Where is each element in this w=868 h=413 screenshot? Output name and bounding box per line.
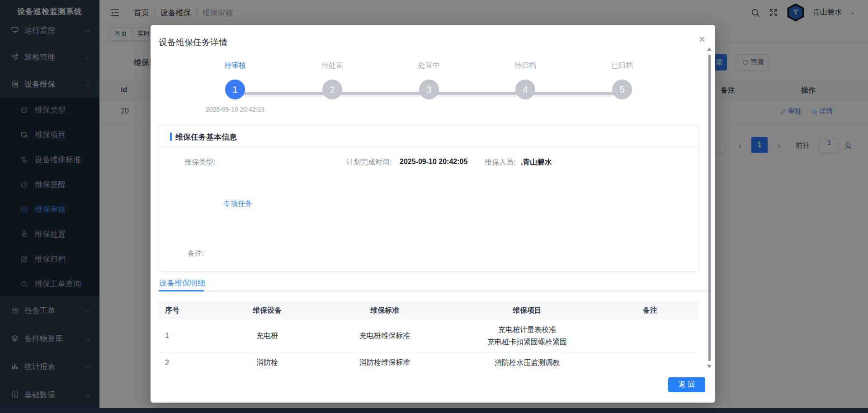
cell-device: 充电桩 [217,319,317,352]
col-seq: 序号 [159,301,217,319]
step-circle: 1 [225,80,245,99]
col-project: 维保项目 [453,301,602,319]
plan-time-value: 2025-09-10 20:42:05 [400,158,467,166]
steps-bar: 待审核 1 2025-09-10 20:42:23 待处置 2 处置中 3 待归… [151,25,715,124]
scrollbar-thumb[interactable] [708,55,711,361]
cell-project: 充电桩计量表校准 充电桩卡扣紧固螺栓紧固 [453,319,602,352]
accent-bar [170,132,172,141]
step-handling: 处置中 3 [393,61,465,99]
step-circle: 4 [515,80,535,99]
staff-value: ,青山碧水 [521,158,552,167]
col-remark: 备注 [602,301,698,319]
plan-time-label: 计划完成时间: [346,158,392,167]
cell-remark [602,352,698,372]
back-button[interactable]: 返 回 [668,377,705,392]
basic-info-card: 维保任务基本信息 维保类型: 计划完成时间: 2025-09-10 20:42:… [159,126,698,272]
remark-label: 备注: [188,249,204,258]
cell-remark [602,319,698,352]
modal-body: 设备维保任务详情 待审核 1 2025-09-10 20:42:23 待处置 2… [151,25,715,372]
cell-project: 消防栓水压监测调教 [453,352,602,372]
staff-label: 维保人员: [485,158,515,167]
special-task-link[interactable]: 专项任务 [223,199,252,209]
step-circle: 2 [322,80,342,99]
col-device: 维保设备 [217,301,317,319]
tab-maintenance-detail[interactable]: 设备维保明细 [159,278,205,288]
cell-seq: 2 [159,352,217,372]
tab-active-indicator [159,290,204,291]
step-pending-review: 待审核 1 2025-09-10 20:42:23 [199,61,271,113]
basic-info-title: 维保任务基本信息 [175,132,237,142]
step-circle: 5 [612,80,632,99]
table-header-row: 序号 维保设备 维保标准 维保项目 备注 [159,301,698,319]
step-pending-handle: 待处置 2 [296,61,368,99]
col-standard: 维保标准 [317,301,453,319]
maintenance-task-detail-modal: 设备维保任务详情 待审核 1 2025-09-10 20:42:23 待处置 2… [151,25,715,403]
cell-device: 消防栓 [217,352,317,372]
cell-seq: 1 [159,319,217,352]
step-timestamp: 2025-09-10 20:42:23 [199,106,271,113]
scrollbar-down-arrow[interactable] [707,365,712,368]
step-circle: 3 [419,80,439,99]
step-archived: 已归档 5 [586,61,658,99]
type-label: 维保类型: [184,158,215,167]
table-row: 1 充电桩 充电桩维保标准 充电桩计量表校准 充电桩卡扣紧固螺栓紧固 [159,319,698,352]
table-row: 2 消防栓 消防栓维保标准 消防栓水压监测调教 [159,352,698,372]
step-pending-archive: 待归档 4 [489,61,561,99]
tab-rail [159,291,711,291]
maintenance-detail-table: 序号 维保设备 维保标准 维保项目 备注 1 充电桩 充电桩维保标准 充电桩计量… [159,301,698,372]
bottom-strip [0,408,868,413]
scrollbar-up-arrow[interactable] [707,47,712,51]
basic-info-header: 维保任务基本信息 [159,126,698,148]
cell-standard: 消防栓维保标准 [317,352,453,372]
cell-standard: 充电桩维保标准 [317,319,453,352]
close-icon[interactable]: × [699,34,705,45]
